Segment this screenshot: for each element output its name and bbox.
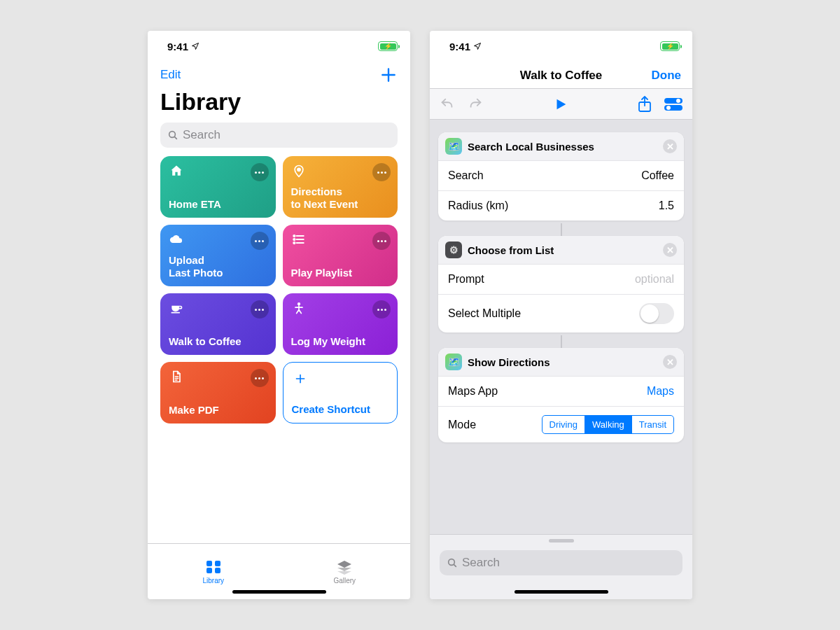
status-time: 9:41 — [167, 41, 188, 52]
search-placeholder: Search — [183, 128, 220, 142]
status-bar: 9:41 ⚡ — [148, 31, 410, 62]
tile-more-button[interactable] — [251, 163, 269, 181]
action-row: Select Multiple — [438, 294, 684, 332]
tile-label: Make PDF — [169, 404, 267, 416]
action-row[interactable]: Radius (km)1.5 — [438, 190, 684, 220]
segment-option[interactable]: Driving — [542, 416, 584, 433]
cloud-icon — [169, 232, 184, 247]
edit-button[interactable]: Edit — [160, 68, 181, 82]
svg-rect-10 — [215, 568, 220, 573]
home-indicator[interactable] — [232, 590, 326, 594]
action-row[interactable]: SearchCoffee — [438, 160, 684, 190]
svg-rect-9 — [206, 568, 212, 573]
action-card[interactable]: 🗺️Search Local Businesses✕SearchCoffeeRa… — [438, 132, 684, 220]
search-field[interactable]: Search — [160, 122, 398, 148]
shortcut-grid: Home ETADirectionsto Next EventUploadLas… — [148, 156, 410, 424]
page-title: Library — [148, 87, 410, 122]
shortcut-tile[interactable]: UploadLast Photo — [160, 225, 276, 286]
svg-point-3 — [293, 239, 295, 240]
editor-toolbar — [430, 89, 692, 120]
svg-rect-7 — [206, 561, 212, 566]
row-label: Maps App — [448, 385, 498, 398]
action-row[interactable]: Maps AppMaps — [438, 376, 684, 406]
tile-label: UploadLast Photo — [169, 254, 267, 279]
battery-icon: ⚡ — [660, 41, 680, 51]
shortcut-tile[interactable]: Play Playlist — [283, 225, 398, 286]
action-header: 🗺️Show Directions✕ — [438, 348, 684, 376]
action-card[interactable]: ⚙︎Choose from List✕PromptoptionalSelect … — [438, 236, 684, 332]
svg-point-13 — [676, 99, 680, 103]
row-label: Search — [448, 169, 484, 182]
tile-label: Directionsto Next Event — [291, 186, 390, 211]
tile-more-button[interactable] — [372, 163, 391, 181]
redo-button[interactable] — [468, 97, 483, 112]
person-icon — [291, 300, 307, 316]
mode-segmented[interactable]: DrivingWalkingTransit — [542, 415, 674, 434]
row-label: Prompt — [448, 273, 484, 286]
connector-line — [561, 335, 562, 348]
row-label: Mode — [448, 419, 476, 431]
svg-point-6 — [297, 302, 300, 305]
shortcut-tile[interactable]: Log My Weight — [283, 293, 398, 355]
svg-point-4 — [293, 242, 295, 244]
sheet-grabber[interactable] — [549, 539, 574, 542]
play-button[interactable] — [553, 97, 568, 112]
location-icon — [191, 42, 200, 50]
location-icon — [473, 42, 482, 50]
remove-action-button[interactable]: ✕ — [663, 243, 677, 257]
remove-action-button[interactable]: ✕ — [663, 355, 677, 369]
svg-rect-5 — [172, 312, 181, 314]
status-bar: 9:41 ⚡ — [430, 31, 692, 62]
svg-point-15 — [666, 106, 671, 110]
doc-icon — [169, 369, 184, 384]
shortcut-tile[interactable]: Make PDF — [160, 362, 276, 424]
connector-line — [561, 223, 562, 236]
action-card[interactable]: 🗺️Show Directions✕Maps AppMapsModeDrivin… — [438, 348, 684, 442]
pin-icon — [291, 163, 307, 178]
done-button[interactable]: Done — [652, 69, 682, 83]
home-icon — [169, 163, 184, 178]
remove-action-button[interactable]: ✕ — [663, 139, 677, 153]
create-shortcut-tile[interactable]: ＋Create Shortcut — [283, 362, 398, 424]
editor-nav: Walk to Coffee Done — [430, 62, 692, 89]
add-shortcut-button[interactable] — [379, 66, 398, 84]
row-value: Coffee — [641, 169, 674, 182]
editor-screen: 9:41 ⚡ Walk to Coffee Done 🗺️Search Loca… — [430, 31, 692, 599]
segment-option[interactable]: Walking — [584, 416, 631, 433]
shortcut-tile[interactable]: Walk to Coffee — [160, 293, 276, 355]
tile-more-button[interactable] — [251, 300, 269, 318]
svg-rect-8 — [215, 561, 220, 566]
search-icon — [447, 557, 458, 568]
share-button[interactable] — [638, 96, 652, 113]
library-tab-icon — [205, 559, 222, 575]
library-screen: 9:41 ⚡ Edit Library Search Home ETADirec… — [148, 31, 410, 599]
actions-list: 🗺️Search Local Businesses✕SearchCoffeeRa… — [430, 120, 692, 445]
tile-label: Home ETA — [169, 198, 267, 211]
row-value: 1.5 — [659, 200, 674, 212]
tile-label: Play Playlist — [291, 267, 390, 279]
segment-option[interactable]: Transit — [631, 416, 673, 433]
row-label: Radius (km) — [448, 200, 508, 212]
tab-gallery-label: Gallery — [333, 577, 356, 584]
tile-more-button[interactable] — [251, 369, 269, 387]
tile-more-button[interactable] — [372, 232, 391, 250]
status-time: 9:41 — [449, 41, 470, 52]
cup-icon — [169, 300, 184, 316]
settings-button[interactable] — [664, 98, 682, 111]
search-icon — [167, 130, 178, 141]
home-indicator[interactable] — [514, 590, 608, 594]
action-row: ModeDrivingWalkingTransit — [438, 406, 684, 442]
tile-more-button[interactable] — [251, 232, 269, 250]
undo-button[interactable] — [440, 97, 455, 112]
tile-label: Walk to Coffee — [169, 335, 267, 348]
shortcut-tile[interactable]: Directionsto Next Event — [283, 156, 398, 218]
action-row[interactable]: Promptoptional — [438, 264, 684, 294]
tile-more-button[interactable] — [372, 300, 391, 318]
shortcut-tile[interactable]: Home ETA — [160, 156, 276, 218]
sheet-search-placeholder: Search — [462, 556, 500, 570]
shortcut-title[interactable]: Walk to Coffee — [520, 69, 602, 83]
action-title: Choose from List — [468, 244, 554, 256]
toggle[interactable] — [639, 303, 674, 324]
sheet-search-field[interactable]: Search — [440, 550, 682, 575]
action-header: 🗺️Search Local Businesses✕ — [438, 132, 684, 160]
